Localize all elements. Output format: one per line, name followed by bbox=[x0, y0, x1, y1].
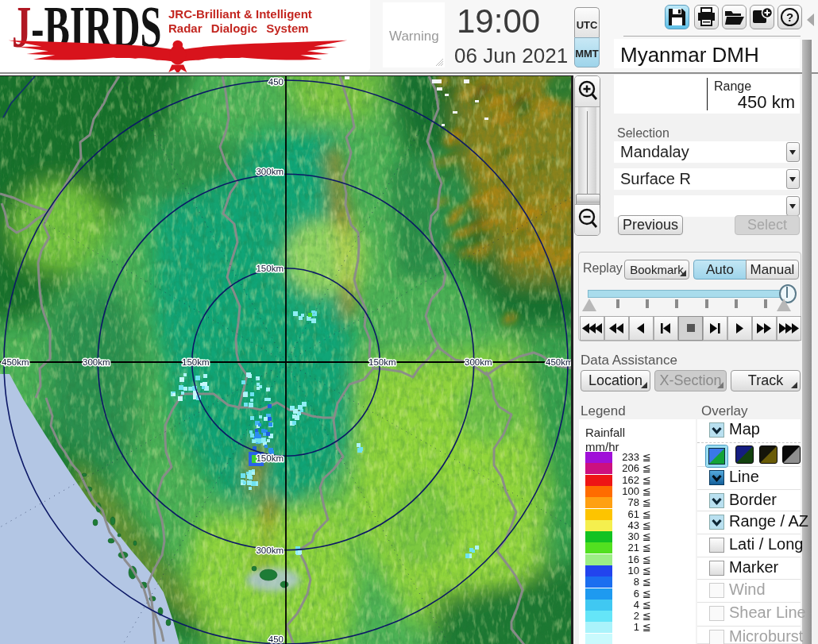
svg-text:150km: 150km bbox=[256, 453, 284, 463]
svg-text:300km: 300km bbox=[256, 546, 284, 555]
svg-text:450: 450 bbox=[268, 77, 284, 87]
svg-text:300km: 300km bbox=[465, 357, 492, 367]
svg-text:450: 450 bbox=[268, 634, 284, 644]
svg-text:300km: 300km bbox=[83, 357, 110, 367]
svg-text:300km: 300km bbox=[256, 167, 284, 176]
svg-text:450km: 450km bbox=[2, 357, 29, 367]
svg-text:150km: 150km bbox=[256, 264, 284, 273]
svg-text:150km: 150km bbox=[368, 357, 396, 367]
svg-text:150km: 150km bbox=[182, 357, 210, 367]
svg-text:?: ? bbox=[786, 10, 793, 24]
svg-text:450km: 450km bbox=[546, 357, 573, 367]
